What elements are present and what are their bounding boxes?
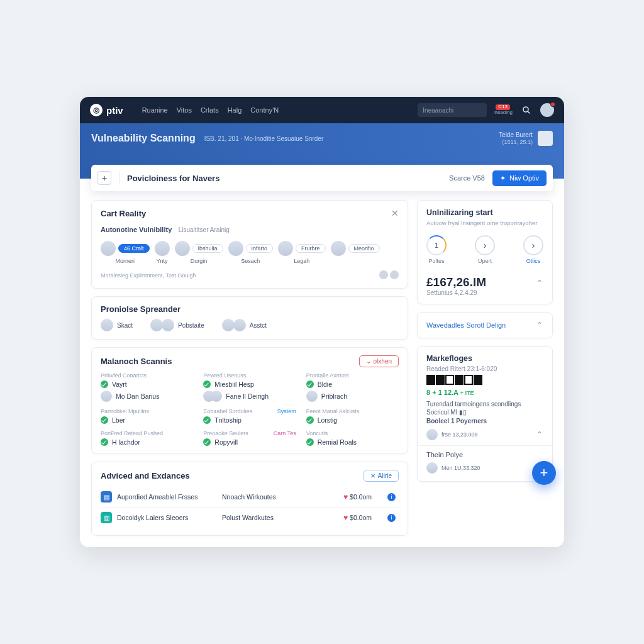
card-title: Malanoch Scannis	[101, 357, 172, 366]
scan-item[interactable]: Lber	[101, 416, 193, 424]
breadcrumb: ISB. 21, 201 · Mo·Inoditie Sesuaiue Snrd…	[204, 135, 324, 142]
nav-item[interactable]: Halg	[228, 106, 242, 114]
person-item[interactable]: Infarto Sesach	[228, 241, 274, 264]
person-name: Morneri	[116, 258, 135, 264]
barcode-small-icon: ▮▯	[459, 409, 467, 416]
scan-item[interactable]: H lachdor	[101, 438, 193, 446]
person-item[interactable]: Ibshulia Durgin	[175, 241, 223, 264]
list-item[interactable]: ▥Docoldyk Laiers Sleoers Polust Wardkute…	[101, 507, 399, 528]
chevron-down-icon: ⌄	[366, 358, 371, 365]
scan-item[interactable]: Remial Roals	[306, 438, 399, 446]
check-icon	[101, 438, 108, 446]
spreader-label: Pobstaite	[178, 322, 204, 329]
scan-item[interactable]: Lorstig	[306, 416, 399, 424]
progress-ring-icon: ›	[475, 235, 495, 255]
column-header: Prontalle Axrnots	[306, 372, 399, 379]
fab-add-button[interactable]: +	[532, 461, 556, 485]
scans-column: Feeot Manal Aslciists Lorstig	[306, 408, 399, 424]
card-subtitle: Autoow fryal Insingent ome troporirayohe…	[426, 219, 543, 228]
divider	[418, 445, 552, 446]
progress-ring-icon: 1	[426, 235, 447, 255]
nav-item[interactable]: Ruanine	[142, 106, 168, 114]
info-icon[interactable]: i	[387, 493, 396, 501]
column-header: PonFred Retead Pushed	[101, 430, 193, 436]
card-link[interactable]: Wavedadles Sorotl Delign⌃	[417, 312, 553, 338]
chevron-up-icon[interactable]: ⌃	[536, 278, 543, 288]
header-user-name: Teide Burert	[499, 131, 533, 139]
ring-item[interactable]: ›Otlics	[523, 235, 543, 264]
scans-column: Parrrobkel Mpullins Lber	[101, 408, 193, 424]
badge-label: Ineading	[493, 110, 513, 116]
progress-ring-icon: ›	[523, 235, 543, 255]
avatar-icon	[162, 319, 174, 331]
adviced-action-button[interactable]: ✕Alirie	[364, 470, 399, 482]
spreader-item[interactable]: Pobstaite	[150, 319, 204, 331]
mini-avatar-icon	[379, 270, 388, 279]
nav-item[interactable]: Vitos	[177, 106, 192, 114]
column-left: Cart Reality ✕ Autonotine Vulnibility Li…	[91, 200, 408, 536]
scans-column: Eobirabel SordoliesSystem Tnltoship	[203, 408, 296, 424]
card-title: Markefloges	[426, 354, 543, 363]
scan-item[interactable]: Mo Dan Barius	[101, 391, 193, 402]
list-item[interactable]: ▤Aupordied Ameablel Frsses Nnoach Wirkou…	[101, 487, 399, 507]
status-badge[interactable]: C13 Ineading	[493, 104, 513, 116]
scan-item[interactable]: Priblrach	[306, 391, 399, 402]
ring-item[interactable]: ›Upert	[475, 235, 495, 264]
scans-column: Prontalle Axrnots Bldie Priblrach	[306, 372, 399, 402]
column-side-link[interactable]: Carn Tes	[274, 430, 296, 436]
person-pill: 46 Cralt	[118, 244, 150, 253]
close-icon: ✕	[370, 472, 375, 479]
column-header: Voncutts	[306, 430, 399, 436]
check-icon	[101, 416, 108, 424]
ring-item[interactable]: 1Poltes	[426, 235, 447, 264]
check-icon	[101, 380, 108, 388]
card-title: Cart Reality	[101, 209, 146, 218]
nav-links: Ruanine Vitos Crlats Halg Contny'N	[142, 106, 408, 114]
card-markefloges: Markefloges Readed Ritert 23:1-6:020 8 +…	[417, 346, 553, 482]
header-user-date: (1511, 25:1)	[499, 139, 533, 146]
info-icon[interactable]: i	[387, 514, 396, 522]
header-user[interactable]: Teide Burert (1511, 25:1)	[499, 131, 553, 146]
page-title: Vulneability Scanning	[91, 133, 196, 144]
scan-item[interactable]: Ropyvill	[203, 438, 296, 446]
barcode-icon	[426, 375, 543, 385]
card-title: Unlnilizaring start	[426, 208, 543, 217]
notification-dot-icon	[550, 102, 555, 107]
top-search-input[interactable]: Ineaaoachi	[418, 103, 487, 117]
scan-item[interactable]: Miesbiil Hesp	[203, 380, 296, 388]
search-placeholder: Ineaaoachi	[423, 107, 453, 114]
scan-item[interactable]: Bldie	[306, 380, 399, 388]
heart-icon: ♥	[343, 513, 348, 522]
mk-user[interactable]: Men 1U,33.320	[426, 462, 480, 474]
scan-item[interactable]: Tnltoship	[203, 416, 296, 424]
person-item[interactable]: Meorifio	[331, 241, 380, 264]
spreader-item[interactable]: Asstct	[222, 319, 267, 331]
card-start: Unlnilizaring start Autoow fryal Insinge…	[417, 200, 553, 304]
brand-logo[interactable]: ◎ ptiv	[90, 104, 123, 116]
search-icon[interactable]	[519, 103, 534, 118]
close-icon[interactable]: ✕	[391, 208, 399, 218]
avatar-icon	[150, 319, 163, 331]
person-item[interactable]: Ynty	[155, 241, 170, 264]
spreader-item[interactable]: Skact	[101, 319, 133, 331]
scan-item[interactable]: Fane ll Deirigh	[203, 391, 296, 402]
scans-action-button[interactable]: ⌄olxhen	[359, 355, 399, 367]
column-header: Pewred Usenuss	[203, 372, 296, 379]
user-avatar[interactable]	[540, 103, 554, 117]
arrow-right-icon: ›	[484, 240, 487, 250]
nav-item[interactable]: Crlats	[201, 106, 219, 114]
column-side-link[interactable]: System	[277, 408, 296, 414]
column-header: Parrrobkel Mpullins	[101, 408, 193, 414]
kpi-subtext: Settunius 4,2.4.29	[426, 289, 486, 296]
person-item[interactable]: 46 Cralt Morneri	[101, 241, 150, 264]
mk-user[interactable]: frse 13,23.008	[426, 429, 478, 440]
spreader-label: Skact	[117, 322, 133, 329]
nav-item[interactable]: Contny'N	[250, 106, 279, 114]
logo-mark-icon: ◎	[90, 104, 103, 116]
scan-item[interactable]: Vayrt	[101, 380, 193, 388]
person-item[interactable]: Frurbre Legah	[278, 241, 326, 264]
kpi-value: £167,26.lM	[426, 275, 486, 289]
page-subheader: Vulneability Scanning ISB. 21, 201 · Mo·…	[80, 123, 564, 179]
person-pill: Ibshulia	[192, 244, 223, 253]
chevron-up-icon[interactable]: ⌃	[536, 430, 543, 440]
